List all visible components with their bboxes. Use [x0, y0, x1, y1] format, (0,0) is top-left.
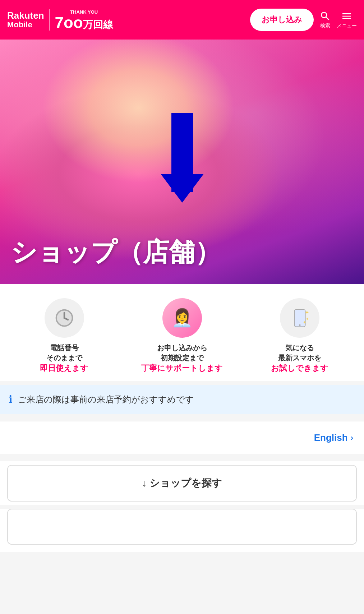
search-shop-section: ↓ ショップを探す [0, 461, 364, 505]
campaign-number: 7oo万回線 [55, 15, 113, 31]
svg-text:✦: ✦ [303, 320, 306, 324]
site-header: Rakuten Mobile THANK YOU 7oo万回線 お申し込み 検索… [0, 0, 364, 40]
svg-text:✦: ✦ [304, 309, 309, 315]
clock-icon-circle [45, 298, 84, 338]
feature-2-text: お申し込みから 初期設定まで 丁寧にサポートします [141, 343, 223, 374]
divider-1 [0, 414, 364, 417]
feature-item-1: 電話番号 そのままで 即日使えます [7, 298, 121, 374]
header-actions: お申し込み 検索 メニュー [250, 9, 357, 31]
rakuten-brand: Rakuten [7, 10, 44, 21]
feature-1-highlight: 即日使えます [40, 363, 88, 374]
hero-section: ショップ（店舗） [0, 40, 364, 284]
search-shop-label: ↓ ショップを探す [142, 476, 222, 490]
mobile-brand: Mobile [7, 20, 44, 29]
rakuten-mobile-logo: Rakuten Mobile [7, 10, 44, 29]
campaign-badge: THANK YOU 7oo万回線 [49, 9, 113, 31]
hero-title: ショップ（店舗） [0, 235, 231, 269]
svg-point-2 [299, 324, 300, 326]
info-banner: ℹ ご来店の際は事前の来店予約がおすすめです [0, 385, 364, 414]
search-shop-button[interactable]: ↓ ショップを探す [7, 465, 357, 502]
feature-2-highlight: 丁寧にサポートします [141, 363, 223, 374]
additional-section [0, 509, 364, 552]
chevron-right-icon: › [351, 433, 353, 443]
search-icon [319, 10, 331, 22]
english-label: English [314, 432, 348, 443]
search-icon-group[interactable]: 検索 [319, 10, 331, 29]
menu-icon [341, 10, 353, 22]
feature-3-highlight: お試しできます [271, 363, 328, 374]
english-link[interactable]: English › [314, 432, 353, 443]
menu-icon-group[interactable]: メニュー [337, 10, 357, 29]
feature-item-3: ✦ ✦ ✦ 気になる 最新スマホを お試しできます [243, 298, 357, 374]
big-blue-arrow [161, 174, 204, 203]
logo-group: Rakuten Mobile THANK YOU 7oo万回線 [7, 9, 113, 31]
menu-label: メニュー [337, 23, 357, 29]
language-section: English › [0, 421, 364, 454]
additional-card [7, 509, 357, 545]
search-label: 検索 [320, 23, 330, 29]
arrow-overlay [161, 174, 204, 203]
features-section: 電話番号 そのままで 即日使えます 👩‍💼 お申し込みから 初期設定まで 丁寧に… [0, 284, 364, 381]
info-banner-text: ご来店の際は事前の来店予約がおすすめです [18, 393, 194, 406]
apply-button[interactable]: お申し込み [250, 9, 314, 31]
support-icon-circle: 👩‍💼 [162, 298, 202, 338]
feature-1-text: 電話番号 そのままで 即日使えます [40, 343, 88, 374]
feature-3-text: 気になる 最新スマホを お試しできます [271, 343, 328, 374]
info-icon: ℹ [9, 393, 13, 405]
phone-icon-circle: ✦ ✦ ✦ [280, 298, 319, 338]
feature-item-2: 👩‍💼 お申し込みから 初期設定まで 丁寧にサポートします [125, 298, 239, 374]
divider-2 [0, 454, 364, 458]
